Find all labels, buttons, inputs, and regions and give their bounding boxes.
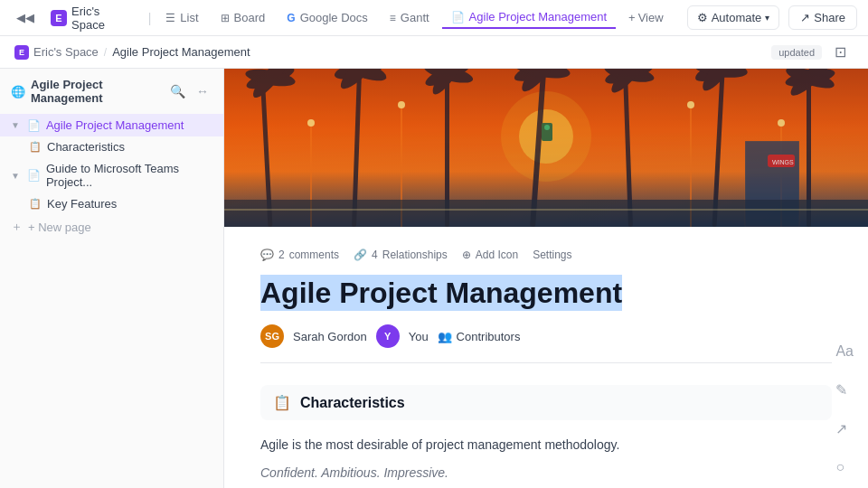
breadcrumb-separator: / <box>104 46 107 59</box>
nav-divider: | <box>148 11 152 25</box>
sidebar-search-button[interactable]: 🔍 <box>166 82 189 100</box>
sidebar-new-page-button[interactable]: ＋ + New page <box>0 214 223 239</box>
tab-board-label: Board <box>234 11 266 24</box>
sidebar: 🌐 Agile Project Management 🔍 ↔ ▼ 📄 Agile… <box>0 69 224 488</box>
sidebar-characteristics-label: Characteristics <box>47 140 125 154</box>
back-arrow-icon: ◀◀ <box>16 11 34 24</box>
gantt-tab-icon: ≡ <box>390 12 396 24</box>
settings-button[interactable]: Settings <box>533 249 571 261</box>
svg-point-8 <box>687 101 694 108</box>
author-sarah-name: Sarah Gordon <box>293 330 367 343</box>
automate-chevron-icon: ▾ <box>765 13 769 23</box>
automate-label: Automate <box>712 11 762 24</box>
sidebar-agile-doc-icon: 📄 <box>27 119 41 132</box>
add-view-icon: + <box>628 11 636 24</box>
sidebar-item-guide[interactable]: ▼ 📄 Guide to Microsoft Teams Project... <box>0 157 223 193</box>
comment-icon: 💬 <box>260 249 274 261</box>
share-button[interactable]: ↗ Share <box>788 5 857 30</box>
relationships-count: 4 <box>372 249 378 261</box>
add-view-button[interactable]: + View <box>619 7 673 28</box>
tab-board[interactable]: ⊞ Board <box>212 7 275 28</box>
add-icon-label: Add Icon <box>476 249 518 261</box>
author-sarah-avatar: SG <box>260 324 284 348</box>
board-tab-icon: ⊞ <box>221 12 230 24</box>
sidebar-guide-doc-icon: 📄 <box>27 169 41 182</box>
contributors-icon: 👥 <box>438 330 452 343</box>
main-area: 🌐 Agile Project Management 🔍 ↔ ▼ 📄 Agile… <box>0 69 868 488</box>
content-area: WINGS 💬 2 comments 🔗 4 Relationships <box>224 69 868 488</box>
author-you-name: You <box>409 330 429 343</box>
share-label: Share <box>814 11 845 24</box>
google-docs-tab-icon: G <box>287 12 295 24</box>
space-badge-icon: E <box>51 10 67 26</box>
add-icon-button[interactable]: ⊕ Add Icon <box>462 249 518 261</box>
new-page-plus-icon: ＋ <box>11 219 23 235</box>
circle-tool-button[interactable]: ○ <box>832 455 857 479</box>
comments-count: 2 <box>278 249 285 261</box>
nav-space-item[interactable]: E Eric's Space <box>43 2 143 34</box>
hero-image: WINGS <box>224 69 868 227</box>
breadcrumb-bar: E Eric's Space / Agile Project Managemen… <box>0 36 868 69</box>
sidebar-subitem-characteristics[interactable]: 📋 Characteristics <box>0 136 223 157</box>
updated-badge: updated <box>771 45 822 60</box>
edit-button[interactable]: ✎ <box>832 378 857 402</box>
breadcrumb-space-icon: E <box>14 45 29 60</box>
sidebar-toggle-guide-icon: ▼ <box>11 171 20 181</box>
sidebar-keyfeatures-icon: 📋 <box>29 198 42 210</box>
contributors-label: Contributors <box>457 330 521 343</box>
sidebar-keyfeatures-label: Key Features <box>47 197 117 211</box>
new-page-label: + New page <box>28 221 91 234</box>
comments-label: comments <box>289 249 339 261</box>
section-header-icon: 📋 <box>273 394 291 411</box>
settings-label: Settings <box>533 249 571 261</box>
relationships-button[interactable]: 🔗 4 Relationships <box>354 249 448 261</box>
sidebar-globe-icon: 🌐 <box>11 85 25 99</box>
page-title-wrapper: Agile Project Management <box>260 276 832 310</box>
tab-gantt-label: Gantt <box>401 11 429 24</box>
list-tab-icon: ☰ <box>165 12 175 24</box>
sidebar-title: Agile Project Management <box>31 78 161 105</box>
tab-agile[interactable]: 📄 Agile Project Management <box>442 6 616 29</box>
tab-agile-label: Agile Project Management <box>469 10 607 23</box>
relationships-icon: 🔗 <box>354 249 367 261</box>
agile-tab-icon: 📄 <box>451 11 465 23</box>
nav-back-button[interactable]: ◀◀ <box>11 7 40 28</box>
palm-silhouette-svg: WINGS <box>224 69 868 227</box>
section-body-text: Agile is the most desirable of project m… <box>260 435 832 455</box>
tab-google-docs-label: Google Docs <box>300 11 368 24</box>
tab-gantt[interactable]: ≡ Gantt <box>381 7 439 28</box>
page-title[interactable]: Agile Project Management <box>260 275 622 311</box>
sidebar-toggle-agile-icon: ▼ <box>11 120 20 130</box>
breadcrumb-space-label: Eric's Space <box>33 45 99 59</box>
authors-row: SG Sarah Gordon Y You 👥 Contributors <box>260 324 832 363</box>
add-view-label: View <box>638 11 664 24</box>
sidebar-header: 🌐 Agile Project Management 🔍 ↔ <box>0 69 223 114</box>
meta-bar: 💬 2 comments 🔗 4 Relationships ⊕ Add Ico… <box>260 249 832 261</box>
share-doc-button[interactable]: ↗ <box>832 417 857 441</box>
share-icon: ↗ <box>800 11 810 24</box>
space-name-label: Eric's Space <box>71 5 136 32</box>
comments-button[interactable]: 💬 2 comments <box>260 249 339 261</box>
sidebar-subitem-keyfeatures[interactable]: 📋 Key Features <box>0 193 223 214</box>
sidebar-characteristics-icon: 📋 <box>29 141 42 153</box>
section-header: 📋 Characteristics <box>260 385 832 420</box>
layout-toggle-button[interactable]: ⊡ <box>827 40 854 64</box>
sidebar-item-agile[interactable]: ▼ 📄 Agile Project Management <box>0 114 223 136</box>
sidebar-more-button[interactable]: ↔ <box>193 82 212 100</box>
svg-point-40 <box>544 125 550 130</box>
add-icon-icon: ⊕ <box>462 249 471 261</box>
right-toolbar: Aa ✎ ↗ ○ ⬆ ⚙ <box>832 340 857 488</box>
svg-rect-46 <box>224 209 868 211</box>
contributors-item[interactable]: 👥 Contributors <box>438 330 521 343</box>
author-you-avatar: Y <box>376 324 400 348</box>
tab-list-label: List <box>180 11 198 24</box>
automate-button[interactable]: ⚙ Automate ▾ <box>687 5 780 30</box>
breadcrumb-space[interactable]: E Eric's Space <box>14 45 99 60</box>
tab-list[interactable]: ☰ List <box>156 7 207 28</box>
layout-icon: ⊡ <box>835 43 846 61</box>
tab-google-docs[interactable]: G Google Docs <box>278 7 377 28</box>
svg-rect-45 <box>224 200 868 227</box>
automate-icon: ⚙ <box>697 11 708 24</box>
top-navigation: ◀◀ E Eric's Space | ☰ List ⊞ Board G Goo… <box>0 0 868 36</box>
font-size-button[interactable]: Aa <box>832 340 857 363</box>
